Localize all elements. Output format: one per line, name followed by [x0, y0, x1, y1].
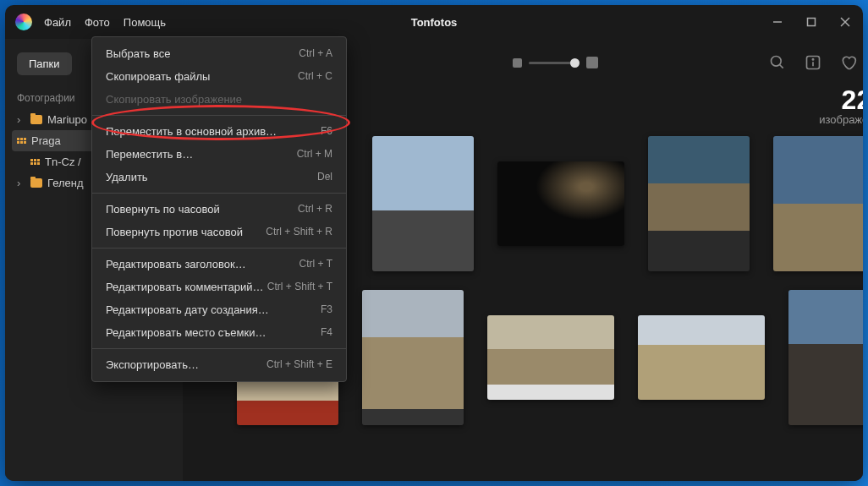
svg-point-8 — [812, 59, 813, 60]
menu-item-label: Редактировать дату создания… — [106, 303, 269, 316]
grid-icon — [30, 159, 40, 165]
menu-item-shortcut: Del — [317, 171, 332, 183]
menu-item[interactable]: Переместить в…Ctrl + M — [92, 143, 346, 166]
menubar: Файл Фото Помощь — [44, 16, 166, 29]
menu-item-label: Редактировать комментарий… — [106, 281, 264, 293]
menu-item: Скопировать изображение — [92, 88, 346, 111]
tree-item-label: Praga — [31, 134, 61, 147]
chevron-right-icon: › — [17, 177, 25, 189]
minimize-button[interactable] — [770, 14, 785, 30]
menu-item-shortcut: Ctrl + T — [299, 258, 332, 270]
zoom-slider[interactable] — [513, 57, 598, 68]
sidebar-tab-folders[interactable]: Папки — [17, 52, 72, 75]
maximize-button[interactable] — [804, 14, 819, 30]
app-logo-icon — [15, 14, 32, 30]
thumbnail[interactable] — [638, 315, 765, 400]
menu-file[interactable]: Файл — [44, 16, 71, 29]
search-button[interactable] — [768, 53, 787, 72]
menu-item-shortcut: Ctrl + Shift + E — [266, 358, 332, 371]
close-button[interactable] — [838, 14, 853, 30]
menu-item-label: Повернуть против часовой — [106, 226, 243, 238]
menu-item-label: Редактировать место съемки… — [106, 326, 266, 339]
folder-icon — [30, 115, 42, 124]
menu-item[interactable]: Редактировать комментарий…Ctrl + Shift +… — [92, 276, 346, 298]
menu-item-shortcut: Ctrl + A — [299, 47, 332, 60]
app-window: Файл Фото Помощь Tonfotos Папки Фотограф… — [5, 5, 863, 481]
chevron-right-icon: › — [17, 113, 25, 126]
menu-item-shortcut: F6 — [321, 125, 332, 138]
thumbnail[interactable] — [372, 136, 474, 271]
menu-separator — [92, 193, 346, 194]
tree-item-label: Tn-Cz / — [45, 156, 81, 168]
toolbar-actions — [768, 53, 863, 72]
menu-item-label: Переместить в… — [106, 148, 193, 161]
menu-item-label: Удалить — [106, 171, 148, 183]
menu-item-label: Экспортировать… — [106, 358, 199, 371]
thumbnail[interactable] — [773, 136, 863, 271]
menu-item[interactable]: Повернуть против часовойCtrl + Shift + R — [92, 221, 346, 243]
menu-item[interactable]: Редактировать заголовок…Ctrl + T — [92, 253, 346, 276]
thumbnail[interactable] — [648, 136, 750, 271]
window-controls — [770, 14, 853, 30]
slider-track[interactable] — [529, 62, 580, 64]
menu-item-label: Повернуть по часовой — [106, 203, 220, 216]
menu-item-label: Скопировать изображение — [106, 93, 242, 106]
menu-item[interactable]: Редактировать дату создания…F3 — [92, 298, 346, 321]
thumbnail[interactable] — [487, 315, 614, 400]
titlebar: Файл Фото Помощь Tonfotos — [5, 5, 863, 39]
menu-help[interactable]: Помощь — [124, 16, 166, 29]
menu-item-label: Переместить в основной архив… — [106, 125, 277, 138]
context-menu: Выбрать всеCtrl + AСкопировать файлыCtrl… — [91, 36, 347, 382]
menu-separator — [92, 248, 346, 248]
menu-item-label: Выбрать все — [106, 47, 170, 60]
menu-item[interactable]: Скопировать файлыCtrl + C — [92, 65, 346, 88]
folder-icon — [30, 178, 42, 188]
thumb-row — [372, 136, 863, 271]
favorite-button[interactable] — [839, 53, 858, 72]
grid-icon — [17, 138, 26, 144]
menu-item-shortcut: Ctrl + M — [297, 148, 332, 161]
svg-line-5 — [780, 65, 783, 68]
svg-point-4 — [772, 57, 782, 67]
thumbnail[interactable] — [497, 161, 624, 246]
menu-item[interactable]: Выбрать всеCtrl + A — [92, 42, 346, 65]
info-button[interactable] — [804, 53, 822, 72]
thumb-small-icon — [513, 58, 522, 68]
slider-thumb[interactable] — [570, 58, 580, 68]
menu-item-shortcut: Ctrl + C — [298, 70, 332, 83]
tree-item-label: Геленд — [47, 177, 84, 189]
app-title: Tonfotos — [411, 16, 458, 29]
menu-separator — [92, 348, 346, 349]
menu-item-label: Скопировать файлы — [106, 70, 210, 83]
menu-item[interactable]: Редактировать место съемки…F4 — [92, 321, 346, 344]
menu-item-label: Редактировать заголовок… — [106, 258, 246, 270]
menu-item-shortcut: F3 — [321, 303, 332, 316]
menu-item-shortcut: Ctrl + R — [298, 203, 332, 216]
thumbnail[interactable] — [788, 290, 863, 425]
menu-item[interactable]: Повернуть по часовойCtrl + R — [92, 198, 346, 221]
menu-photo[interactable]: Фото — [85, 16, 110, 29]
menu-item-shortcut: F4 — [321, 326, 332, 339]
tree-item-label: Mariupo — [47, 113, 87, 126]
thumbnail[interactable] — [362, 290, 464, 425]
menu-item-shortcut: Ctrl + Shift + R — [266, 226, 332, 238]
menu-item[interactable]: Переместить в основной архив…F6 — [92, 120, 346, 143]
thumb-large-icon — [586, 57, 598, 68]
menu-item-shortcut: Ctrl + Shift + T — [267, 281, 332, 293]
menu-item[interactable]: Экспортировать…Ctrl + Shift + E — [92, 353, 346, 376]
menu-item[interactable]: УдалитьDel — [92, 166, 346, 188]
menu-separator — [92, 115, 346, 116]
svg-rect-1 — [808, 19, 816, 26]
